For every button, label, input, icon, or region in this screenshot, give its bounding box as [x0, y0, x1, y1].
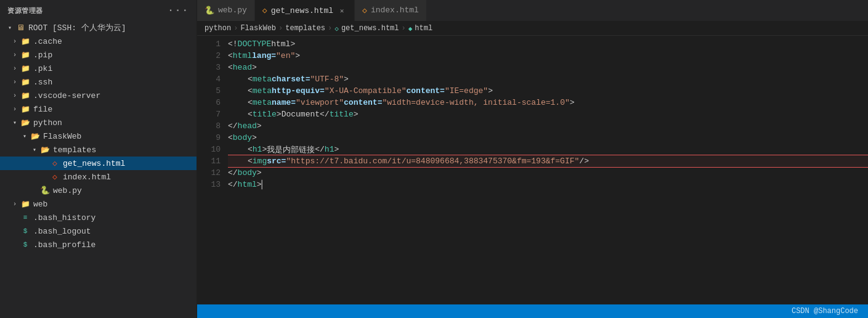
- ssh-arrow: [10, 79, 20, 86]
- code-line-13: </html>▏: [228, 179, 868, 190]
- tree-item-web[interactable]: 📁 web: [0, 197, 197, 211]
- tree-item-flaskweb[interactable]: 📂 FlaskWeb: [0, 129, 197, 143]
- code-line-8: </head>: [228, 120, 868, 132]
- tab-index-html[interactable]: ◇ index.html: [355, 0, 427, 21]
- code-line-12: </body>: [228, 167, 868, 179]
- tree-root[interactable]: 🖥 ROOT [SSH: 个人华为云]: [0, 21, 197, 35]
- index-tab-label: index.html: [371, 6, 419, 15]
- sidebar-header: 资源管理器 ···: [0, 0, 197, 21]
- watermark: CSDN @ShangCode: [792, 307, 858, 316]
- flaskweb-label: FlaskWeb: [43, 132, 81, 141]
- tree-item-pki[interactable]: 📁 .pki: [0, 62, 197, 75]
- web-py-tab-label: web.py: [218, 6, 247, 15]
- get-news-html-label: get_news.html: [63, 159, 125, 168]
- tree-item-file[interactable]: 📁 file: [0, 102, 197, 116]
- root-arrow: [5, 24, 15, 31]
- python-arrow: [10, 119, 20, 126]
- web-folder-icon: 📁: [20, 200, 31, 209]
- code-line-2: <html lang="en">: [228, 50, 868, 62]
- cache-folder-icon: 📁: [20, 37, 31, 46]
- web-py-label: web.py: [53, 186, 82, 195]
- file-folder-icon: 📁: [20, 105, 31, 114]
- bash-logout-label: .bash_logout: [33, 227, 91, 236]
- breadcrumb-get-news-html[interactable]: get_news.html: [341, 24, 399, 33]
- editor: 🐍 web.py ◇ get_news.html ✕ ◇ index.html …: [197, 0, 868, 318]
- tree-item-bash-history[interactable]: ≡ .bash_history: [0, 211, 197, 224]
- breadcrumb-flaskweb[interactable]: FlaskWeb: [240, 24, 276, 33]
- sidebar: 资源管理器 ··· 🖥 ROOT [SSH: 个人华为云] 📁 .cache 📁…: [0, 0, 197, 318]
- get-news-tab-icon: ◇: [262, 6, 267, 15]
- sidebar-title: 资源管理器: [7, 6, 43, 15]
- index-html-label: index.html: [63, 173, 111, 182]
- pip-folder-icon: 📁: [20, 51, 31, 60]
- file-arrow: [10, 106, 20, 113]
- pip-label: .pip: [33, 51, 52, 60]
- code-line-7: <title>Document</title>: [228, 108, 868, 120]
- tree-item-bash-logout[interactable]: $ .bash_logout: [0, 224, 197, 238]
- get-news-html-icon: ◇: [49, 158, 60, 168]
- web-py-tab-icon: 🐍: [205, 6, 214, 15]
- tree-item-templates[interactable]: 📂 templates: [0, 143, 197, 157]
- code-line-6: <meta name="viewport" content="width=dev…: [228, 97, 868, 108]
- root-label: ROOT [SSH: 个人华为云]: [28, 22, 126, 33]
- get-news-tab-label: get_news.html: [271, 6, 333, 15]
- pip-arrow: [10, 52, 20, 59]
- tree-item-bash-profile[interactable]: $ .bash_profile: [0, 238, 197, 251]
- editor-content[interactable]: 1 2 3 4 5 6 7 8 9 10 11 12 13 <!DOCTYPE …: [197, 36, 868, 304]
- file-label: file: [33, 105, 52, 114]
- ssh-label: .ssh: [33, 78, 52, 87]
- status-bar: CSDN @ShangCode: [197, 304, 868, 318]
- web-label: web: [33, 200, 47, 209]
- pki-arrow: [10, 65, 20, 72]
- breadcrumb-python[interactable]: python: [205, 24, 231, 33]
- bash-profile-icon: $: [20, 241, 31, 248]
- cache-label: .cache: [33, 37, 62, 46]
- root-icon: 🖥: [15, 23, 26, 33]
- vscode-folder-icon: 📁: [20, 91, 31, 100]
- tree-item-cache[interactable]: 📁 .cache: [0, 35, 197, 48]
- bash-profile-label: .bash_profile: [33, 240, 95, 250]
- python-label: python: [33, 118, 62, 128]
- cache-arrow: [10, 38, 20, 45]
- tab-close-get-news[interactable]: ✕: [337, 6, 347, 15]
- code-line-9: <body>: [228, 132, 868, 144]
- tree-item-vscode-server[interactable]: 📁 .vscode-server: [0, 89, 197, 102]
- code-line-11: <img src="https://t7.baidu.com/it/u=8480…: [228, 155, 868, 167]
- web-py-icon: 🐍: [39, 186, 51, 195]
- index-html-icon: ◇: [49, 172, 60, 182]
- templates-arrow: [30, 146, 39, 153]
- breadcrumb-templates[interactable]: templates: [285, 24, 325, 33]
- bash-history-icon: ≡: [20, 214, 31, 221]
- ssh-folder-icon: 📁: [20, 78, 31, 87]
- flaskweb-arrow: [20, 132, 30, 140]
- breadcrumb: python › FlaskWeb › templates › ◇ get_ne…: [197, 22, 868, 36]
- web-arrow: [10, 201, 20, 208]
- sidebar-menu-dots[interactable]: ···: [168, 5, 189, 16]
- code-line-10: <h1>我是内部链接</h1>: [228, 144, 868, 155]
- tree-item-ssh[interactable]: 📁 .ssh: [0, 75, 197, 89]
- tab-get-news-html[interactable]: ◇ get_news.html ✕: [255, 0, 355, 21]
- templates-label: templates: [53, 145, 96, 155]
- tree-item-web-py[interactable]: 🐍 web.py: [0, 184, 197, 197]
- tree-item-get-news-html[interactable]: ◇ get_news.html: [0, 157, 197, 170]
- vscode-server-arrow: [10, 92, 20, 99]
- pki-folder-icon: 📁: [20, 64, 31, 73]
- breadcrumb-html: html: [415, 24, 432, 33]
- tab-web-py[interactable]: 🐍 web.py: [197, 0, 255, 21]
- tree-item-index-html[interactable]: ◇ index.html: [0, 170, 197, 184]
- vscode-server-label: .vscode-server: [33, 91, 100, 100]
- code-line-4: <meta charset="UTF-8">: [228, 73, 868, 85]
- tree-item-python[interactable]: 📂 python: [0, 116, 197, 129]
- code-lines: <!DOCTYPE html> <html lang="en"> <head> …: [228, 38, 868, 302]
- code-line-5: <meta http-equiv="X-UA-Compatible" conte…: [228, 85, 868, 97]
- python-folder-icon: 📂: [20, 118, 31, 128]
- flaskweb-folder-icon: 📂: [30, 132, 41, 141]
- bash-logout-icon: $: [20, 227, 31, 235]
- bash-history-label: .bash_history: [33, 213, 95, 222]
- tab-bar: 🐍 web.py ◇ get_news.html ✕ ◇ index.html: [197, 0, 868, 22]
- line-numbers: 1 2 3 4 5 6 7 8 9 10 11 12 13: [197, 38, 228, 302]
- templates-folder-icon: 📂: [39, 145, 51, 155]
- tree-item-pip[interactable]: 📁 .pip: [0, 48, 197, 62]
- code-line-3: <head>: [228, 62, 868, 73]
- index-tab-icon: ◇: [362, 6, 367, 15]
